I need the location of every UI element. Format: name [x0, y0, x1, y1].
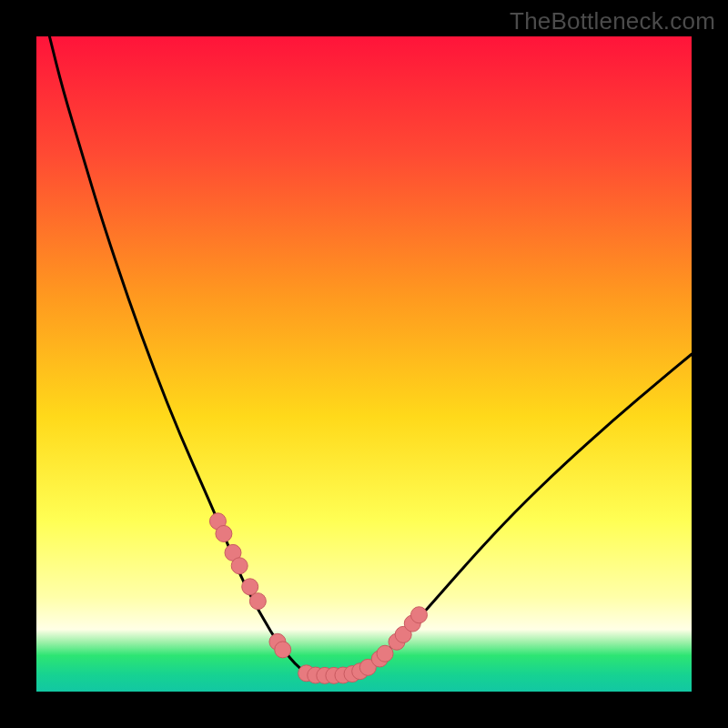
marker-dot [249, 593, 266, 610]
watermark-text: TheBottleneck.com [510, 7, 715, 35]
marker-group [209, 513, 427, 684]
plot-area [36, 36, 692, 692]
marker-dot [242, 579, 258, 595]
bottleneck-curve [49, 36, 692, 676]
marker-dot [275, 642, 291, 658]
chart-svg [36, 36, 692, 692]
outer-black-frame: TheBottleneck.com [0, 0, 728, 728]
marker-dot [231, 558, 248, 574]
marker-dot [216, 525, 232, 541]
marker-dot [410, 607, 427, 623]
